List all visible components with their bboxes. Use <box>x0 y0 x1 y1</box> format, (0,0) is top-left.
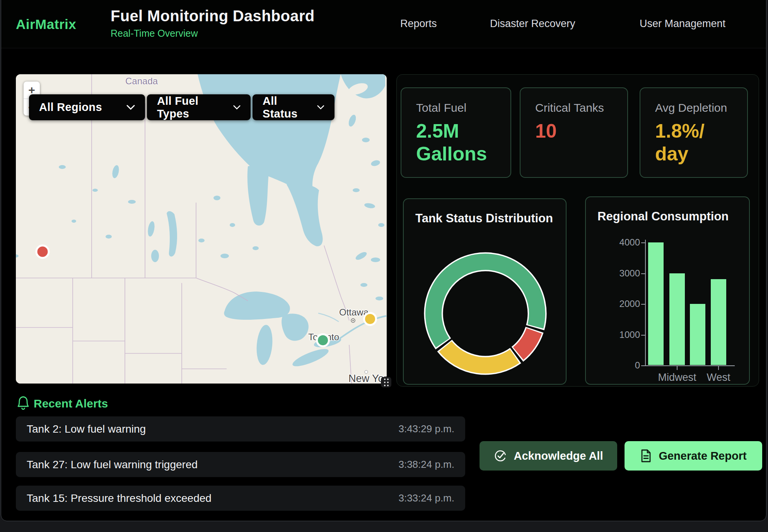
stat-label: Critical Tanks <box>535 101 613 114</box>
x-tick-label: West <box>688 372 749 384</box>
alert-row: Tank 27: Low fuel warning triggered 3:38… <box>16 452 465 477</box>
stat-value: 2.5MGallons <box>416 120 496 165</box>
y-tick-mark <box>641 335 645 336</box>
alert-timestamp: 3:43:29 p.m. <box>398 423 454 435</box>
donut-segment-normal <box>433 262 537 343</box>
bar <box>669 273 685 365</box>
header: AirMatrix Fuel Monitoring Dashboard Real… <box>1 0 766 48</box>
y-tick-label: 1000 <box>597 329 640 340</box>
resize-grip-handle[interactable] <box>381 377 391 387</box>
alert-message: Tank 15: Pressure threshold exceeded <box>27 492 212 505</box>
map-marker-normal[interactable] <box>317 334 329 346</box>
x-tick-mark <box>718 366 719 370</box>
tank-status-distribution-panel: Tank Status Distribution <box>403 198 567 385</box>
chart-title: Tank Status Distribution <box>415 211 553 225</box>
dashboard-panels: Total Fuel 2.5MGallons Critical Tanks 10… <box>396 74 759 387</box>
stat-label: Total Fuel <box>416 101 496 114</box>
fuel-type-filter-select[interactable]: All Fuel Types <box>147 94 251 120</box>
regional-consumption-bar-chart: 01000200030004000MidwestWest <box>586 197 749 384</box>
nav-reports[interactable]: Reports <box>400 0 437 48</box>
title-block: Fuel Monitoring Dashboard Real-Time Over… <box>111 7 314 39</box>
generate-report-button[interactable]: Generate Report <box>625 441 762 471</box>
nav-user-management[interactable]: User Management <box>640 0 725 48</box>
bell-icon <box>17 396 30 410</box>
chevron-down-icon <box>233 105 241 110</box>
map-marker-critical[interactable] <box>36 246 49 258</box>
y-axis-line <box>645 240 646 366</box>
y-tick-label: 4000 <box>597 237 640 248</box>
alert-message: Tank 2: Low fuel warning <box>27 423 146 435</box>
donut-segment-critical <box>518 331 534 354</box>
alert-timestamp: 3:33:24 p.m. <box>398 492 454 504</box>
stat-card-avg-depletion: Avg Depletion 1.8%/day <box>640 87 748 178</box>
alerts-section-title: Recent Alerts <box>34 397 108 410</box>
y-tick-label: 3000 <box>597 268 640 279</box>
y-tick-mark <box>641 242 645 243</box>
tank-status-donut-chart <box>420 248 551 379</box>
fuel-type-filter-label: All Fuel Types <box>157 95 223 120</box>
status-filter-label: All Status <box>263 95 307 120</box>
map-svg: Canada Ottawa Toronto New York <box>16 74 387 384</box>
stat-card-total-fuel: Total Fuel 2.5MGallons <box>401 87 511 178</box>
status-filter-select[interactable]: All Status <box>253 94 335 120</box>
x-tick-mark <box>677 366 678 370</box>
report-document-icon <box>640 449 652 463</box>
alert-message: Tank 27: Low fuel warning triggered <box>27 459 198 471</box>
y-tick-mark <box>641 304 645 305</box>
alert-timestamp: 3:38:24 p.m. <box>398 459 454 471</box>
y-tick-label: 2000 <box>597 298 640 309</box>
brand-logo: AirMatrix <box>16 17 76 32</box>
map-marker-warning[interactable] <box>364 313 376 325</box>
map-label-canada: Canada <box>125 76 158 86</box>
chevron-down-icon <box>126 105 135 110</box>
alert-row: Tank 2: Low fuel warning 3:43:29 p.m. <box>16 416 465 442</box>
acknowledge-all-button[interactable]: Acknowledge All <box>480 441 617 471</box>
bar <box>711 279 726 365</box>
regional-consumption-panel: Regional Consumption 01000200030004000Mi… <box>585 196 750 385</box>
alert-row: Tank 15: Pressure threshold exceeded 3:3… <box>16 486 465 511</box>
stat-label: Avg Depletion <box>655 101 732 114</box>
stat-value: 10 <box>535 120 613 143</box>
y-tick-mark <box>641 365 645 366</box>
page-subtitle: Real-Time Overview <box>111 28 314 39</box>
bar <box>690 304 705 365</box>
screen: AirMatrix Fuel Monitoring Dashboard Real… <box>0 0 768 532</box>
y-tick-mark <box>641 273 645 274</box>
check-circle-icon <box>494 449 507 462</box>
stat-value: 1.8%/day <box>655 120 732 165</box>
stat-card-critical-tanks: Critical Tanks 10 <box>520 87 628 178</box>
button-label: Generate Report <box>659 450 746 462</box>
page-title: Fuel Monitoring Dashboard <box>111 7 314 25</box>
x-axis-line <box>641 365 735 366</box>
y-tick-label: 0 <box>597 360 640 371</box>
bar <box>648 242 664 365</box>
nav-disaster-recovery[interactable]: Disaster Recovery <box>490 0 575 48</box>
region-filter-select[interactable]: All Regions <box>29 94 145 120</box>
app-window: AirMatrix Fuel Monitoring Dashboard Real… <box>1 0 766 521</box>
map-filters: All Regions All Fuel Types All Status <box>29 94 335 120</box>
button-label: Acknowledge All <box>514 450 603 462</box>
chevron-down-icon <box>317 105 324 110</box>
region-filter-label: All Regions <box>39 101 102 114</box>
map[interactable]: Canada Ottawa Toronto New York + − All R… <box>16 74 387 384</box>
